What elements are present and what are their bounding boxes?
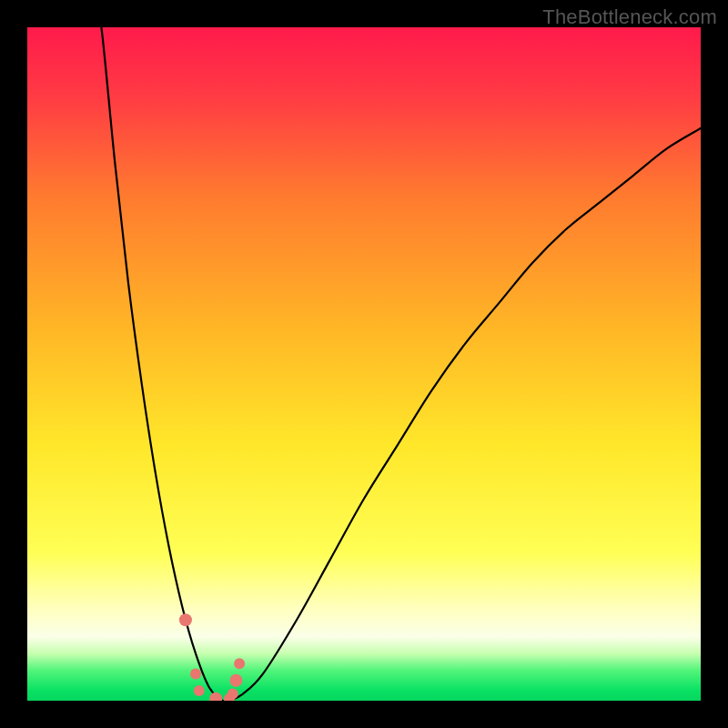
marker-dot [209, 693, 222, 701]
marker-dot [179, 613, 192, 626]
marker-dot [234, 658, 245, 669]
marker-dot [194, 685, 205, 696]
marker-dot [229, 674, 242, 687]
chart-frame: TheBottleneck.com [0, 0, 728, 728]
plot-area [27, 27, 701, 701]
highlight-markers [179, 613, 245, 701]
curve-layer [27, 27, 701, 701]
marker-dot [190, 668, 201, 679]
bottleneck-curve [95, 27, 701, 701]
marker-dot [228, 689, 238, 700]
watermark-text: TheBottleneck.com [542, 5, 717, 29]
